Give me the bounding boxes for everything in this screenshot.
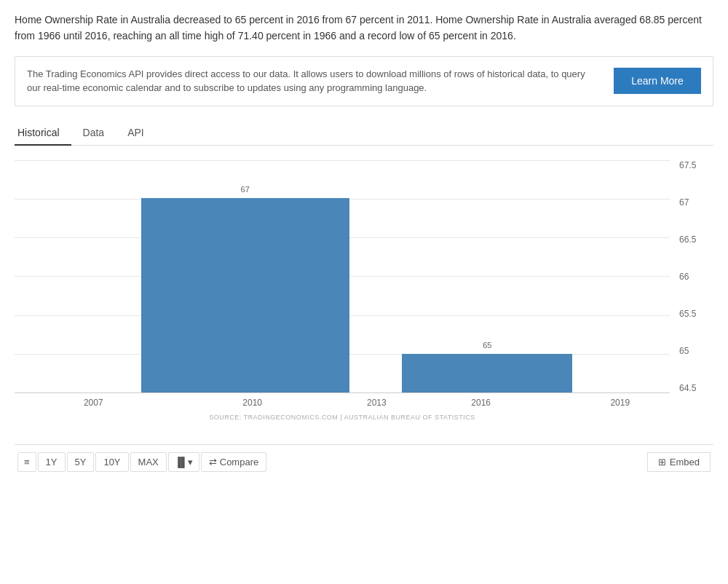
y-axis: 67.5 67 66.5 66 65.5 65 64.5 — [673, 160, 713, 393]
tabs-container: Historical Data API — [15, 121, 713, 146]
embed-button[interactable]: ⊞ Embed — [647, 452, 711, 472]
bar-group-2016: 65 — [402, 354, 572, 392]
y-label-645: 64.5 — [679, 383, 696, 393]
compare-button[interactable]: ⇄ Compare — [201, 452, 266, 472]
api-banner: The Trading Economics API provides direc… — [15, 56, 713, 106]
chart-wrapper: 67 65 — [15, 160, 713, 437]
description-text: Home Ownership Rate in Australia decreas… — [15, 12, 713, 44]
bars-container: 67 65 — [44, 160, 670, 392]
y-label-655: 65.5 — [679, 309, 696, 319]
y-label-675: 67.5 — [679, 160, 696, 170]
learn-more-button[interactable]: Learn More — [614, 68, 701, 94]
bottom-toolbar: ≡ 1Y 5Y 10Y MAX ▐▌▾ ⇄ Compare ⊞ Embed — [15, 444, 713, 479]
y-label-65: 65 — [679, 346, 689, 356]
toolbar-left: ≡ 1Y 5Y 10Y MAX ▐▌▾ ⇄ Compare — [17, 452, 647, 472]
chart-area: 67 65 — [15, 146, 713, 437]
tab-data[interactable]: Data — [71, 121, 116, 146]
bar-2016 — [402, 354, 572, 392]
y-label-66: 66 — [679, 272, 689, 282]
x-label-2016: 2016 — [392, 398, 571, 408]
bar-label-67: 67 — [241, 185, 250, 194]
tab-api[interactable]: API — [116, 121, 156, 146]
x-label-2010: 2010 — [143, 398, 362, 408]
max-button[interactable]: MAX — [130, 452, 167, 472]
api-banner-text: The Trading Economics API provides direc… — [27, 67, 599, 95]
chart-inner: 67 65 — [15, 160, 670, 437]
y-label-665: 66.5 — [679, 234, 696, 245]
5y-button[interactable]: 5Y — [67, 452, 95, 472]
x-axis: 2007 2010 2013 2016 2019 — [15, 398, 670, 408]
embed-icon: ⊞ — [658, 457, 666, 467]
10y-button[interactable]: 10Y — [95, 452, 128, 472]
1y-button[interactable]: 1Y — [38, 452, 66, 472]
x-label-2007: 2007 — [44, 398, 143, 408]
bar-label-65: 65 — [483, 341, 491, 350]
x-label-2013: 2013 — [362, 398, 392, 408]
tab-historical[interactable]: Historical — [15, 121, 71, 146]
source-text: SOURCE: TRADINGECONOMICS.COM | AUSTRALIA… — [15, 414, 670, 421]
chart-type-button[interactable]: ▐▌▾ — [168, 452, 199, 472]
main-container: Home Ownership Rate in Australia decreas… — [0, 0, 728, 491]
toolbar-right: ⊞ Embed — [647, 452, 711, 472]
bar-2010 — [141, 198, 349, 392]
y-label-67: 67 — [679, 197, 689, 208]
embed-label: Embed — [670, 457, 700, 467]
list-view-button[interactable]: ≡ — [17, 452, 36, 472]
chart-plot: 67 65 — [15, 160, 670, 393]
x-label-2019: 2019 — [571, 398, 670, 408]
bar-group-2010: 67 — [141, 198, 349, 392]
